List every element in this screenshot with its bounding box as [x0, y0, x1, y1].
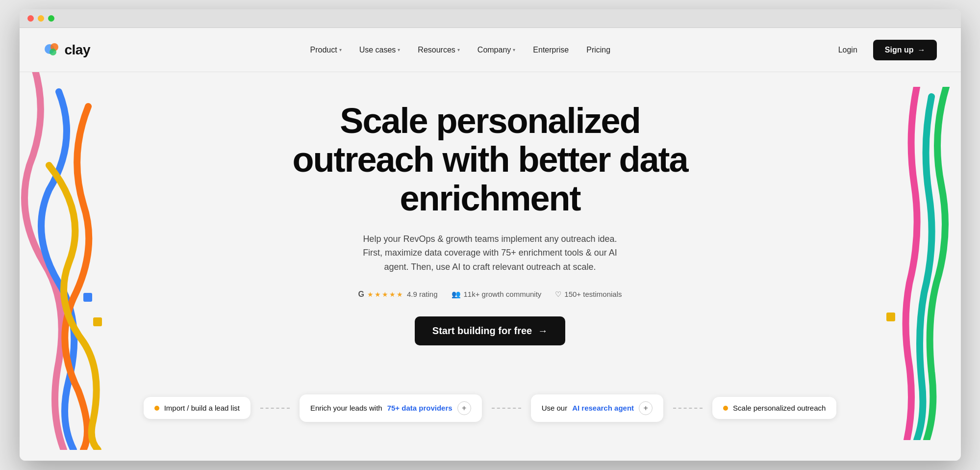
testimonials-proof: ♡ 150+ testimonials: [555, 290, 622, 299]
svg-point-5: [50, 49, 56, 55]
nav-item-company[interactable]: Company ▾: [470, 42, 523, 58]
import-card[interactable]: Import / build a lead list: [144, 397, 251, 419]
close-button[interactable]: [27, 15, 34, 22]
browser-titlebar: [20, 9, 961, 28]
arrow-icon: →: [917, 46, 925, 54]
arrow-icon: →: [538, 325, 548, 337]
page-content: clay Product ▾ Use cases ▾ Resources ▾ C…: [20, 28, 961, 461]
workflow-section: Import / build a lead list Enrich your l…: [20, 394, 961, 422]
import-label: Import / build a lead list: [164, 404, 240, 412]
nav-item-use-cases[interactable]: Use cases ▾: [352, 42, 408, 58]
dashed-connector-3: [673, 408, 703, 409]
navbar: clay Product ▾ Use cases ▾ Resources ▾ C…: [20, 28, 961, 72]
chevron-down-icon: ▾: [398, 47, 400, 52]
nav-item-enterprise[interactable]: Enterprise: [525, 42, 577, 58]
testimonials-text: 150+ testimonials: [564, 290, 622, 298]
nav-item-product[interactable]: Product ▾: [302, 42, 350, 58]
star-icons: ★★★★★: [367, 290, 404, 298]
maximize-button[interactable]: [48, 15, 54, 22]
login-button[interactable]: Login: [830, 42, 865, 58]
browser-window: clay Product ▾ Use cases ▾ Resources ▾ C…: [20, 9, 961, 461]
clay-logo-icon: [43, 41, 61, 59]
chevron-down-icon: ▾: [339, 47, 342, 52]
social-proof: G ★★★★★ 4.9 rating 👥 11k+ growth communi…: [29, 290, 951, 299]
hero-title: Scale personalized outreach with better …: [270, 102, 711, 218]
nav-item-pricing[interactable]: Pricing: [578, 42, 618, 58]
rating-proof: G ★★★★★ 4.9 rating: [358, 290, 438, 299]
logo-text: clay: [65, 42, 91, 58]
enrich-link[interactable]: 75+ data providers: [387, 404, 452, 412]
community-text: 11k+ growth community: [464, 290, 542, 298]
card-dot-import: [154, 406, 159, 411]
cta-label: Start building for free: [432, 325, 532, 337]
enrich-prefix: Enrich your leads with: [310, 404, 382, 412]
ai-research-card[interactable]: Use our AI research agent +: [531, 394, 663, 422]
enrich-plus-button[interactable]: +: [457, 401, 471, 415]
chevron-down-icon: ▾: [513, 47, 515, 52]
ai-plus-button[interactable]: +: [639, 401, 653, 415]
rating-text: 4.9 rating: [407, 290, 438, 298]
g-icon: G: [358, 290, 364, 299]
community-icon: 👥: [452, 290, 461, 299]
cta-button[interactable]: Start building for free →: [415, 316, 565, 345]
card-dot-scale: [723, 406, 728, 411]
signup-button[interactable]: Sign up →: [873, 40, 937, 60]
ai-link[interactable]: AI research agent: [572, 404, 634, 412]
nav-item-resources[interactable]: Resources ▾: [410, 42, 467, 58]
community-proof: 👥 11k+ growth community: [452, 290, 542, 299]
nav-links: Product ▾ Use cases ▾ Resources ▾ Compan…: [302, 42, 619, 58]
hero-section: Scale personalized outreach with better …: [20, 72, 961, 394]
nav-actions: Login Sign up →: [830, 40, 937, 60]
ai-prefix: Use our: [542, 404, 568, 412]
hero-subtitle: Help your RevOps & growth teams implemen…: [353, 232, 628, 274]
heart-icon: ♡: [555, 290, 561, 299]
enrich-card[interactable]: Enrich your leads with 75+ data provider…: [300, 394, 482, 422]
dashed-connector-1: [260, 408, 290, 409]
scale-card[interactable]: Scale personalized outreach: [712, 397, 836, 419]
dashed-connector-2: [492, 408, 521, 409]
minimize-button[interactable]: [38, 15, 44, 22]
chevron-down-icon: ▾: [457, 47, 460, 52]
scale-label: Scale personalized outreach: [733, 404, 826, 412]
logo[interactable]: clay: [43, 41, 91, 59]
